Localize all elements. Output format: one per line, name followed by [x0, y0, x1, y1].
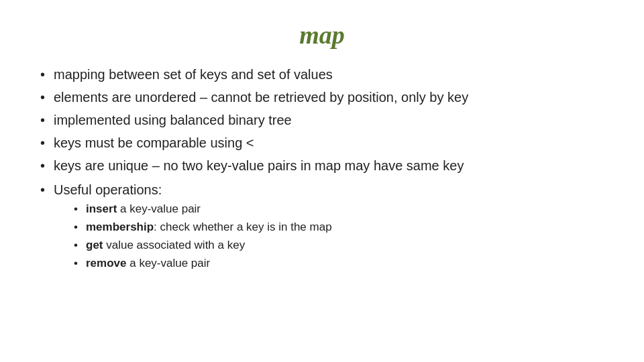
- bullet-4: keys must be comparable using <: [40, 134, 604, 152]
- keyword-remove: remove: [86, 257, 126, 269]
- sub-bullet-insert: insert a key-value pair: [74, 202, 332, 217]
- slide: map mapping between set of keys and set …: [0, 0, 644, 362]
- sub-bullet-membership-rest: : check whether a key is in the map: [154, 221, 332, 233]
- sub-bullet-insert-rest: a key-value pair: [117, 202, 201, 215]
- sub-bullet-remove: remove a key-value pair: [74, 256, 332, 272]
- bullet-1: mapping between set of keys and set of v…: [40, 66, 604, 84]
- bullet-2: elements are unordered – cannot be retri…: [40, 88, 604, 107]
- keyword-membership: membership: [86, 221, 154, 233]
- sub-bullet-membership: membership: check whether a key is in th…: [74, 220, 332, 235]
- main-bullet-list: mapping between set of keys and set of v…: [40, 66, 604, 180]
- sub-bullet-get-rest: value associated with a key: [103, 239, 246, 251]
- sub-bullet-remove-rest: a key-value pair: [126, 257, 210, 269]
- sub-bullet-get: get value associated with a key: [74, 238, 332, 253]
- keyword-get: get: [86, 239, 103, 251]
- slide-title: map: [40, 20, 604, 50]
- useful-ops-label: Useful operations:: [40, 181, 162, 199]
- keyword-insert: insert: [86, 202, 117, 215]
- sub-bullet-list: insert a key-value pair membership: chec…: [74, 202, 332, 274]
- bullet-5: keys are unique – no two key-value pairs…: [40, 157, 604, 175]
- bullet-3: implemented using balanced binary tree: [40, 111, 604, 129]
